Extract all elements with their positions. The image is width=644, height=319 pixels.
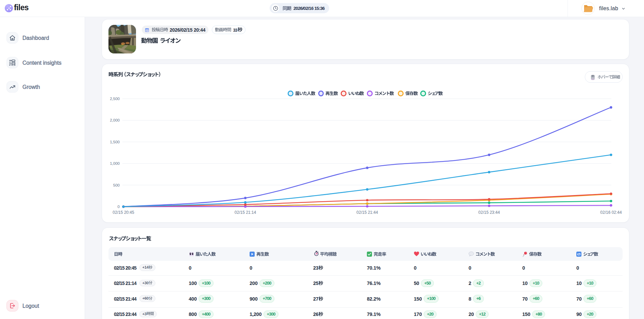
svg-text:2,500: 2,500 xyxy=(110,97,120,101)
svg-text:02/15 23:44: 02/15 23:44 xyxy=(478,210,500,215)
svg-text:1,500: 1,500 xyxy=(110,140,120,144)
svg-text:500: 500 xyxy=(113,183,120,187)
svg-text:02/15 21:14: 02/15 21:14 xyxy=(235,210,256,215)
svg-text:02/15 21:44: 02/15 21:44 xyxy=(356,210,378,215)
svg-text:02/16 02:44: 02/16 02:44 xyxy=(600,210,622,215)
svg-text:2,000: 2,000 xyxy=(110,118,120,122)
svg-text:02/15 20:45: 02/15 20:45 xyxy=(113,210,134,215)
svg-text:1,000: 1,000 xyxy=(110,161,120,165)
svg-text:0: 0 xyxy=(118,205,120,209)
